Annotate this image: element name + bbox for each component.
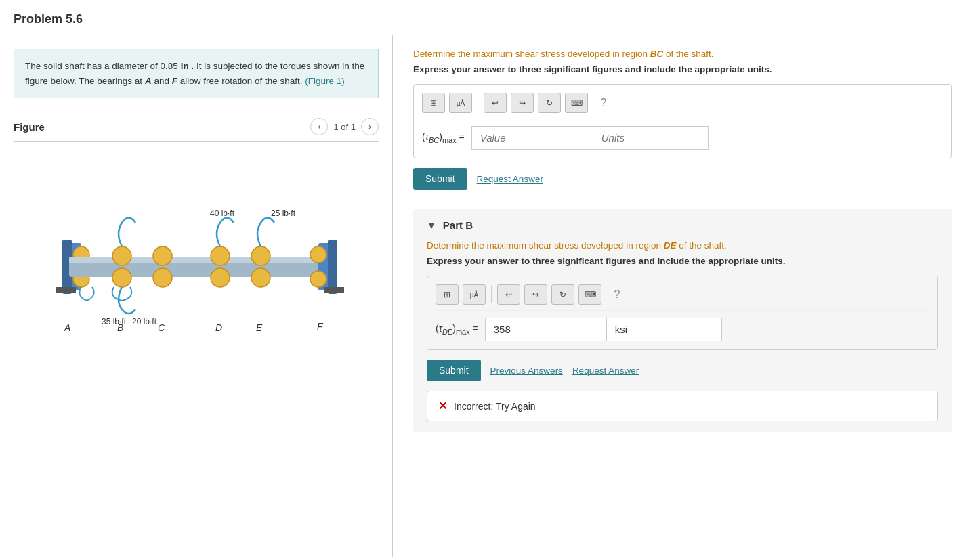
svg-text:40 lb·ft: 40 lb·ft	[210, 209, 235, 218]
part-b-redo-button[interactable]: ↪	[524, 284, 547, 305]
figure-nav: ‹ 1 of 1 ›	[310, 118, 379, 135]
figure-count: 1 of 1	[333, 122, 356, 132]
svg-rect-16	[328, 240, 337, 294]
svg-text:F: F	[317, 321, 324, 332]
figure-header: Figure ‹ 1 of 1 ›	[14, 112, 379, 142]
incorrect-icon: ✕	[438, 400, 447, 412]
collapse-arrow[interactable]: ▼	[427, 220, 436, 231]
part-b-grid-button[interactable]: ⊞	[436, 284, 459, 305]
part-b-input-box: ⊞ μÅ ↩ ↪ ↻ ⌨	[427, 276, 938, 350]
shaft-diagram: A B C D E F 25 lb·ft 40 lb·ft 20 lb·ft 3…	[41, 155, 352, 345]
part-b-mu-button[interactable]: μÅ	[463, 284, 486, 305]
svg-text:E: E	[256, 322, 263, 333]
part-b-undo-icon: ↩	[505, 290, 512, 299]
problem-and: and	[154, 76, 171, 86]
prev-figure-button[interactable]: ‹	[310, 118, 328, 135]
svg-point-7	[112, 246, 131, 265]
part-a-answer-fields: (τBC)max =	[422, 126, 943, 150]
undo-icon: ↩	[492, 98, 499, 108]
next-figure-button[interactable]: ›	[361, 118, 379, 135]
mu-icon: μÅ	[457, 100, 465, 107]
problem-description: The solid shaft has a diameter of 0.85 i…	[14, 49, 379, 98]
part-b-help-button[interactable]: ?	[606, 284, 629, 305]
part-a-request-answer-button[interactable]: Request Answer	[477, 174, 543, 184]
svg-rect-6	[69, 257, 320, 263]
part-b-answer-instruction: Express your answer to three significant…	[427, 256, 938, 266]
part-b-keyboard-button[interactable]: ⌨	[578, 284, 601, 305]
page-title: Problem 5.6	[0, 0, 972, 35]
label-F: F	[172, 76, 177, 86]
part-b-instruction: Determine the maximum shear stress devel…	[427, 240, 938, 251]
part-b-header: ▼ Part B	[427, 219, 938, 231]
refresh-button[interactable]: ↻	[538, 93, 561, 113]
svg-point-11	[211, 246, 230, 265]
part-a-units-input[interactable]	[593, 126, 709, 150]
svg-point-18	[310, 246, 326, 263]
part-b-keyboard-icon: ⌨	[585, 290, 596, 299]
redo-icon: ↪	[519, 98, 526, 108]
part-b-units-input[interactable]	[607, 318, 722, 341]
part-b-refresh-icon: ↻	[559, 290, 566, 299]
part-b-action-row: Submit Previous Answers Request Answer	[427, 360, 938, 381]
svg-point-12	[211, 268, 230, 287]
part-b-section: ▼ Part B Determine the maximum shear str…	[413, 209, 952, 432]
part-b-submit-button[interactable]: Submit	[427, 360, 481, 381]
part-b-undo-button[interactable]: ↩	[497, 284, 520, 305]
figure-link[interactable]: (Figure 1)	[305, 76, 345, 86]
keyboard-button[interactable]: ⌨	[565, 93, 588, 113]
part-b-request-answer-button[interactable]: Request Answer	[572, 366, 639, 376]
svg-text:A: A	[64, 322, 70, 333]
svg-point-9	[153, 246, 172, 265]
toolbar-separator-1	[478, 95, 478, 111]
region-bc: BC	[650, 49, 664, 59]
grid-button[interactable]: ⊞	[422, 93, 445, 113]
figure-area: A B C D E F 25 lb·ft 40 lb·ft 20 lb·ft 3…	[14, 148, 379, 351]
help-button[interactable]: ?	[592, 93, 615, 113]
undo-button[interactable]: ↩	[484, 93, 507, 113]
svg-text:20 lb·ft: 20 lb·ft	[132, 317, 157, 326]
part-b-label: (τDE)max =	[436, 323, 478, 336]
part-a-value-input[interactable]	[471, 126, 593, 150]
svg-point-8	[112, 268, 131, 287]
part-b-answer-fields: (τDE)max =	[436, 318, 929, 341]
svg-text:C: C	[158, 322, 165, 333]
part-b-toolbar: ⊞ μÅ ↩ ↪ ↻ ⌨	[436, 284, 929, 311]
svg-text:35 lb·ft: 35 lb·ft	[102, 317, 127, 326]
part-b-toolbar-sep-1	[491, 286, 492, 303]
part-a-toolbar: ⊞ μÅ ↩ ↪ ↻ ⌨	[422, 93, 943, 119]
svg-point-10	[153, 268, 172, 287]
part-a-submit-button[interactable]: Submit	[413, 168, 467, 190]
left-panel: The solid shaft has a diameter of 0.85 i…	[0, 35, 393, 557]
problem-text-1: The solid shaft has a diameter of 0.85	[25, 61, 178, 71]
help-icon: ?	[601, 97, 607, 109]
part-b-help-icon: ?	[614, 288, 620, 301]
mu-button[interactable]: μÅ	[449, 93, 472, 113]
part-b-refresh-button[interactable]: ↻	[551, 284, 574, 305]
svg-rect-2	[56, 287, 76, 293]
svg-rect-17	[324, 287, 344, 293]
problem-text-3: allow free rotation of the shaft.	[180, 76, 303, 86]
incorrect-box: ✕ Incorrect; Try Again	[427, 391, 938, 421]
right-panel: Determine the maximum shear stress devel…	[393, 35, 972, 557]
label-A: A	[145, 76, 152, 86]
refresh-icon: ↻	[546, 98, 553, 108]
part-b-title: Part B	[443, 219, 473, 231]
part-a-instruction: Determine the maximum shear stress devel…	[413, 49, 952, 59]
svg-point-14	[251, 268, 270, 287]
svg-text:25 lb·ft: 25 lb·ft	[271, 209, 296, 218]
redo-button[interactable]: ↪	[511, 93, 534, 113]
part-a-action-row: Submit Request Answer	[413, 168, 952, 190]
part-b-grid-icon: ⊞	[444, 290, 450, 299]
part-a-label: (τBC)max =	[422, 131, 465, 144]
svg-point-13	[251, 246, 270, 265]
part-b-previous-answers-button[interactable]: Previous Answers	[490, 366, 563, 376]
part-b-value-input[interactable]	[485, 318, 607, 341]
part-a-answer-instruction: Express your answer to three significant…	[413, 64, 952, 74]
part-a-input-box: ⊞ μÅ ↩ ↪ ↻ ⌨	[413, 84, 952, 158]
problem-unit: in	[181, 61, 189, 71]
keyboard-icon: ⌨	[571, 98, 583, 108]
svg-point-19	[310, 271, 326, 287]
figure-label: Figure	[14, 121, 310, 133]
part-b-redo-icon: ↪	[532, 290, 539, 299]
part-b-mu-icon: μÅ	[470, 291, 478, 299]
